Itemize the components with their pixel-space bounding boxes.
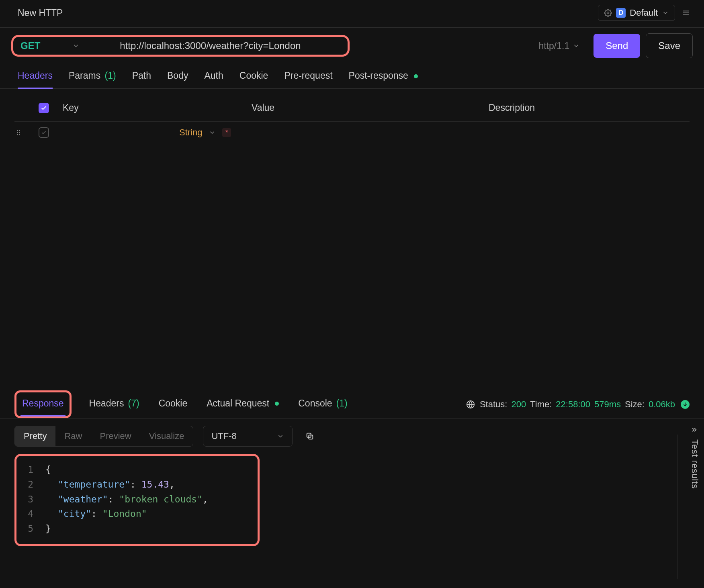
row-checkbox[interactable] (39, 127, 49, 138)
view-mode-segment: Pretty Raw Preview Visualize (14, 426, 193, 447)
tab-params-label: Params (69, 70, 100, 81)
tab-postresponse-label: Post-response (349, 70, 408, 81)
http-method-selector[interactable]: GET (20, 40, 120, 51)
tab-response-headers[interactable]: Headers (7) (88, 392, 141, 416)
params-count: (1) (105, 70, 116, 81)
save-button[interactable]: Save (646, 33, 693, 58)
headers-table-head: Key Value Description (14, 98, 690, 121)
response-tabs: Response Headers (7) Cookie Actual Reque… (0, 386, 704, 419)
tab-body[interactable]: Body (167, 67, 188, 88)
url-highlight-box: GET http://localhost:3000/weather?city=L… (11, 35, 350, 57)
status-code: 200 (511, 399, 526, 410)
format-bar: Pretty Raw Preview Visualize UTF-8 (0, 419, 704, 454)
line-number: 3 (24, 492, 33, 507)
line-number: 4 (24, 506, 33, 521)
code-token: "weather": "broken clouds", (48, 492, 208, 507)
vertical-divider (677, 435, 677, 579)
time-clock: 22:58:00 (556, 399, 590, 410)
size-label: Size: (625, 399, 645, 410)
required-asterisk-icon: * (222, 128, 231, 137)
request-title[interactable]: New HTTP (18, 8, 63, 18)
download-icon[interactable] (681, 400, 690, 409)
tab-response[interactable]: Response (20, 392, 65, 416)
url-row: GET http://localhost:3000/weather?city=L… (0, 28, 704, 64)
line-number: 5 (24, 521, 33, 536)
encoding-selector[interactable]: UTF-8 (203, 426, 292, 447)
chevron-left-icon (691, 426, 699, 434)
code-token: "temperature": 15.43, (48, 477, 175, 492)
response-status-bar: Status: 200 Time: 22:58:00 579ms Size: 0… (466, 399, 690, 410)
chevron-down-icon (662, 9, 669, 16)
size-value: 0.06kb (649, 399, 675, 410)
tab-auth[interactable]: Auth (204, 67, 223, 88)
topbar: New HTTP D Default (0, 0, 704, 28)
col-key: Key (63, 102, 252, 113)
view-visualize[interactable]: Visualize (140, 426, 193, 446)
code-token: { (45, 462, 51, 477)
url-actions: http/1.1 Send Save (539, 33, 693, 58)
tab-response-headers-label: Headers (89, 398, 124, 409)
time-ms: 579ms (594, 399, 621, 410)
line-number: 1 (24, 462, 33, 477)
line-number: 2 (24, 477, 33, 492)
response-headers-count: (7) (128, 398, 139, 409)
svg-point-7 (19, 132, 20, 133)
test-results-label: Test results (690, 439, 700, 489)
environment-selector[interactable]: D Default (598, 5, 675, 21)
headers-table: Key Value Description String * (0, 89, 704, 143)
chevron-down-icon[interactable] (209, 129, 216, 136)
view-preview[interactable]: Preview (91, 426, 140, 446)
row-type[interactable]: String (179, 127, 202, 138)
globe-icon (466, 400, 475, 409)
svg-point-5 (19, 130, 20, 131)
send-button[interactable]: Send (593, 34, 640, 58)
copy-icon[interactable] (302, 429, 317, 444)
encoding-label: UTF-8 (211, 431, 236, 441)
tab-cookie[interactable]: Cookie (239, 67, 268, 88)
tab-prerequest[interactable]: Pre-request (284, 67, 332, 88)
chevron-down-icon (277, 433, 284, 440)
topbar-right: D Default (598, 5, 693, 21)
gear-icon (604, 9, 612, 17)
code-line: 2 "temperature": 15.43, (24, 477, 250, 492)
tab-path[interactable]: Path (132, 67, 151, 88)
tab-params[interactable]: Params (1) (69, 67, 116, 88)
code-token: } (45, 521, 51, 536)
view-raw[interactable]: Raw (55, 426, 91, 446)
console-count: (1) (336, 398, 348, 409)
drag-handle-icon[interactable] (14, 129, 39, 137)
tab-response-cookie[interactable]: Cookie (157, 392, 189, 416)
tab-postresponse[interactable]: Post-response (349, 67, 418, 88)
row-type-cell: String * (179, 127, 252, 138)
status-label: Status: (480, 399, 508, 410)
tab-actual-request[interactable]: Actual Request (205, 392, 280, 416)
menu-icon[interactable] (679, 7, 693, 19)
code-token: "city": "London" (48, 506, 147, 521)
protocol-selector[interactable]: http/1.1 (539, 41, 588, 51)
checkbox-all[interactable] (39, 103, 49, 113)
code-line: 1 { (24, 462, 250, 477)
svg-point-4 (17, 130, 18, 131)
svg-point-9 (19, 134, 20, 135)
code-line: 5 } (24, 521, 250, 536)
view-pretty[interactable]: Pretty (15, 426, 55, 446)
col-description: Description (489, 102, 690, 113)
time-label: Time: (530, 399, 552, 410)
protocol-label: http/1.1 (539, 41, 570, 51)
svg-point-0 (607, 12, 609, 14)
svg-point-8 (17, 134, 18, 135)
response-body-box: 1 { 2 "temperature": 15.43, 3 "weather":… (14, 454, 260, 546)
response-tab-highlight: Response (14, 390, 72, 418)
tab-console-label: Console (298, 398, 332, 409)
dot-indicator-icon (414, 74, 418, 78)
http-method: GET (20, 40, 40, 51)
tab-headers[interactable]: Headers (18, 67, 53, 88)
request-tabs: Headers Params (1) Path Body Auth Cookie… (0, 64, 704, 89)
url-input[interactable]: http://localhost:3000/weather?city=Londo… (120, 40, 301, 51)
test-results-panel-toggle[interactable]: Test results (690, 426, 700, 489)
tab-console[interactable]: Console (1) (297, 392, 349, 416)
tab-actual-request-label: Actual Request (207, 398, 269, 409)
svg-point-6 (17, 132, 18, 133)
environment-name: Default (630, 8, 658, 18)
environment-badge: D (616, 8, 626, 18)
